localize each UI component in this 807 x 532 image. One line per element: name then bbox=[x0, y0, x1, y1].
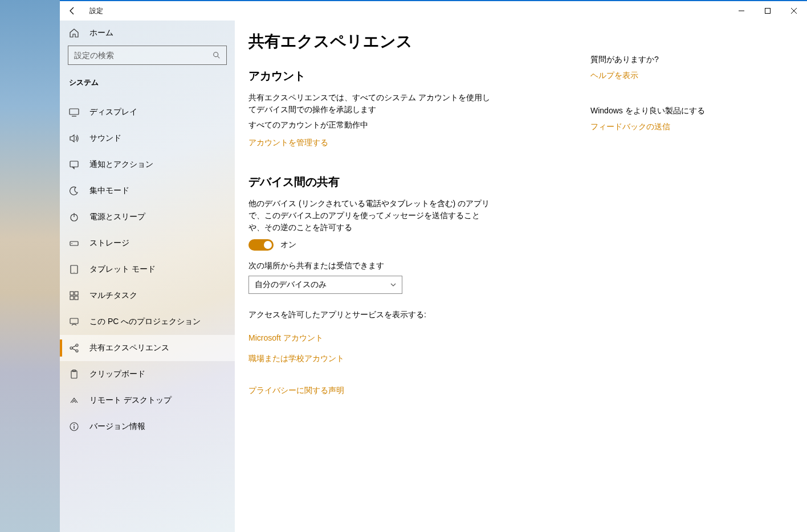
microsoft-account-link[interactable]: Microsoft アカウント bbox=[248, 333, 323, 343]
toggle-knob bbox=[264, 241, 272, 249]
back-button[interactable] bbox=[64, 3, 80, 19]
projecting-icon bbox=[69, 317, 79, 327]
sidebar-item-label: マルチタスク bbox=[89, 290, 137, 301]
sidebar-item-clipboard[interactable]: クリップボード bbox=[60, 361, 235, 387]
sidebar-item-tablet[interactable]: タブレット モード bbox=[60, 256, 235, 283]
privacy-statement-link[interactable]: プライバシーに関する声明 bbox=[248, 386, 344, 396]
sidebar-item-about[interactable]: バージョン情報 bbox=[60, 414, 235, 440]
sidebar-item-remote-desktop[interactable]: リモート デスクトップ bbox=[60, 387, 235, 414]
sound-icon bbox=[69, 133, 79, 144]
svg-point-21 bbox=[76, 344, 78, 346]
sidebar-item-label: ストレージ bbox=[89, 238, 129, 248]
focus-icon bbox=[69, 186, 79, 196]
search-box[interactable] bbox=[68, 46, 227, 65]
svg-rect-18 bbox=[75, 296, 78, 300]
sidebar-item-label: この PC へのプロジェクション bbox=[89, 317, 201, 327]
sidebar-item-label: サウンド bbox=[89, 133, 121, 144]
sidebar-item-label: 通知とアクション bbox=[89, 159, 153, 170]
search-icon bbox=[213, 51, 221, 59]
about-icon bbox=[69, 421, 79, 432]
clipboard-icon bbox=[69, 369, 79, 379]
sidebar-item-label: バージョン情報 bbox=[89, 421, 145, 432]
sidebar: ホーム システム ディスプレイ サウンド bbox=[60, 21, 235, 532]
account-description: 共有エクスペリエンスでは、すべてのシステム アカウントを使用してデバイス間での操… bbox=[248, 92, 494, 116]
svg-point-29 bbox=[74, 424, 75, 425]
account-status: すべてのアカウントが正常動作中 bbox=[248, 119, 494, 131]
chevron-down-icon bbox=[390, 282, 396, 288]
maximize-icon bbox=[765, 8, 771, 14]
svg-rect-1 bbox=[765, 9, 771, 14]
sidebar-item-notifications[interactable]: 通知とアクション bbox=[60, 152, 235, 178]
svg-rect-8 bbox=[70, 161, 78, 167]
svg-rect-6 bbox=[70, 109, 79, 114]
svg-point-20 bbox=[70, 347, 72, 349]
window-controls bbox=[728, 2, 807, 20]
minimize-icon bbox=[739, 8, 744, 14]
get-help-link[interactable]: ヘルプを表示 bbox=[590, 71, 739, 81]
window-title: 設定 bbox=[89, 6, 103, 16]
maximize-button[interactable] bbox=[755, 2, 781, 20]
sidebar-item-sound[interactable]: サウンド bbox=[60, 125, 235, 152]
access-apps-label: アクセスを許可したアプリとサービスを表示する: bbox=[248, 309, 494, 321]
search-input[interactable] bbox=[74, 51, 207, 60]
content-area: ホーム システム ディスプレイ サウンド bbox=[60, 21, 807, 532]
sharing-heading: デバイス間の共有 bbox=[248, 174, 556, 190]
feedback-heading: Windows をより良い製品にする bbox=[590, 106, 739, 116]
sidebar-item-label: リモート デスクトップ bbox=[89, 395, 172, 406]
send-feedback-link[interactable]: フィードバックの送信 bbox=[590, 122, 739, 132]
svg-point-14 bbox=[74, 272, 74, 272]
sidebar-item-label: タブレット モード bbox=[89, 264, 156, 275]
svg-rect-11 bbox=[70, 242, 78, 245]
search-wrap bbox=[60, 46, 235, 71]
sidebar-item-focus[interactable]: 集中モード bbox=[60, 178, 235, 204]
sidebar-item-label: 集中モード bbox=[89, 186, 129, 196]
sidebar-item-projecting[interactable]: この PC へのプロジェクション bbox=[60, 309, 235, 335]
svg-line-5 bbox=[218, 56, 220, 59]
select-value: 自分のデバイスのみ bbox=[255, 280, 327, 290]
sharing-toggle-row: オン bbox=[248, 239, 556, 251]
manage-accounts-link[interactable]: アカウントを管理する bbox=[248, 138, 328, 148]
sidebar-item-power[interactable]: 電源とスリープ bbox=[60, 204, 235, 230]
sidebar-item-multitask[interactable]: マルチタスク bbox=[60, 283, 235, 309]
tablet-icon bbox=[69, 264, 79, 275]
svg-rect-16 bbox=[75, 292, 78, 295]
main-column: 共有エクスペリエンス アカウント 共有エクスペリエンスでは、すべてのシステム ア… bbox=[248, 31, 556, 532]
work-school-account-link[interactable]: 職場または学校アカウント bbox=[248, 354, 344, 364]
titlebar-left: 設定 bbox=[64, 3, 103, 19]
minimize-button[interactable] bbox=[728, 2, 755, 20]
sidebar-item-label: クリップボード bbox=[89, 369, 145, 379]
svg-point-12 bbox=[71, 243, 72, 244]
svg-rect-17 bbox=[70, 296, 74, 300]
sharing-toggle[interactable] bbox=[248, 239, 274, 251]
account-heading: アカウント bbox=[248, 68, 556, 84]
svg-rect-19 bbox=[70, 318, 78, 324]
sidebar-item-label: 電源とスリープ bbox=[89, 212, 145, 222]
share-scope-select[interactable]: 自分のデバイスのみ bbox=[248, 276, 402, 294]
main-pane: 共有エクスペリエンス アカウント 共有エクスペリエンスでは、すべてのシステム ア… bbox=[235, 21, 807, 532]
display-icon bbox=[69, 107, 79, 117]
svg-rect-15 bbox=[70, 292, 74, 295]
sidebar-category: システム bbox=[60, 71, 235, 91]
home-button[interactable]: ホーム bbox=[60, 21, 235, 46]
settings-window: 設定 ホーム bbox=[60, 0, 807, 532]
multitask-icon bbox=[69, 290, 79, 301]
svg-line-24 bbox=[72, 349, 76, 350]
toggle-state-label: オン bbox=[280, 240, 296, 250]
desktop-edge bbox=[0, 0, 60, 532]
close-button[interactable] bbox=[781, 2, 807, 20]
sharing-description: 他のデバイス (リンクされている電話やタブレットを含む) のアプリで、このデバイ… bbox=[248, 198, 494, 234]
help-heading: 質問がありますか? bbox=[590, 55, 739, 65]
sidebar-item-display[interactable]: ディスプレイ bbox=[60, 99, 235, 125]
close-icon bbox=[791, 8, 797, 14]
sidebar-item-label: ディスプレイ bbox=[89, 107, 137, 117]
share-scope-label: 次の場所から共有または受信できます bbox=[248, 261, 556, 271]
home-label: ホーム bbox=[89, 28, 113, 38]
sidebar-item-storage[interactable]: ストレージ bbox=[60, 230, 235, 256]
sidebar-item-label: 共有エクスペリエンス bbox=[89, 343, 169, 353]
home-icon bbox=[69, 28, 79, 38]
titlebar: 設定 bbox=[60, 1, 807, 21]
arrow-left-icon bbox=[68, 6, 77, 15]
sidebar-nav: ディスプレイ サウンド 通知とアクション 集中モード 電源とスリープ bbox=[60, 99, 235, 440]
sidebar-item-shared-experiences[interactable]: 共有エクスペリエンス bbox=[60, 335, 235, 361]
svg-line-23 bbox=[72, 346, 76, 347]
